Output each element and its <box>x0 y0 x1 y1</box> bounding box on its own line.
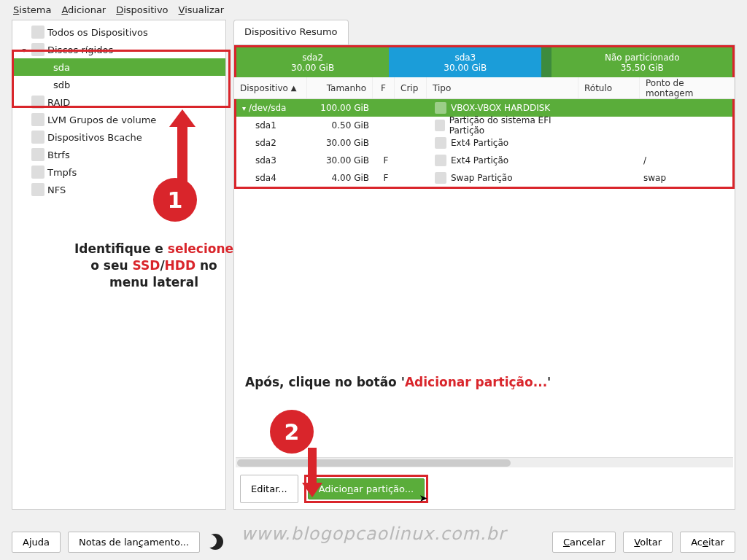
partbar-sda3[interactable]: sda330.00 GiB <box>389 47 541 77</box>
chevron-down-icon[interactable]: ▾ <box>242 104 246 112</box>
tree-disk-sdb[interactable]: sdb <box>12 76 225 93</box>
btrfs-icon <box>31 148 44 161</box>
col-rotulo[interactable]: Rótulo <box>578 77 640 98</box>
raid-icon <box>31 96 44 109</box>
disk-icon <box>435 102 446 114</box>
partbar-unallocated[interactable]: Não particionado35.50 GiB <box>551 47 732 77</box>
aceitar-button[interactable]: Aceitar <box>680 532 735 553</box>
menu-adicionar[interactable]: Adicionar <box>61 4 106 15</box>
lvm-icon <box>31 113 44 126</box>
disk-icon <box>31 43 44 56</box>
table-row[interactable]: sda44.00 GiBF Swap Partiçãoswap <box>236 169 732 187</box>
tmpfs-icon <box>31 166 44 179</box>
dark-mode-icon[interactable] <box>207 534 223 550</box>
footer-bar: Ajuda Notas de lançamento... Notas de la… <box>0 524 747 560</box>
horizontal-scrollbar[interactable] <box>236 457 733 467</box>
tree-raid[interactable]: RAID <box>12 93 225 111</box>
voltar-button[interactable]: Voltar <box>623 532 673 553</box>
partition-icon <box>435 155 446 166</box>
partbar-gap <box>541 47 551 77</box>
tree-hard-disks[interactable]: ▾Discos rígidos <box>12 41 225 58</box>
partition-icon <box>435 172 446 184</box>
col-tamanho[interactable]: Tamanho <box>307 77 373 98</box>
ajuda-button[interactable]: Ajuda <box>12 532 61 553</box>
sort-asc-icon: ▲ <box>291 84 297 92</box>
bcache-icon <box>31 131 44 144</box>
tab-strip: Dispositivo Resumo <box>233 20 735 44</box>
partition-table-body: ▾/dev/sda 100.00 GiB VBOX-VBOX HARDDISK … <box>234 99 735 189</box>
tree-lvm[interactable]: LVM Grupos de volume <box>12 111 225 128</box>
nfs-icon <box>31 183 44 196</box>
mouse-cursor-icon: ➤ <box>419 492 427 504</box>
partition-icon <box>435 120 445 131</box>
annotation-badge-1: 1 <box>153 178 197 222</box>
menubar: SSistemaistema Adicionar Dispositivo Vis… <box>0 0 747 20</box>
notas-lancamento-button[interactable]: Notas de lançamento... <box>68 532 200 553</box>
annotation-text-2: Após, clique no botão 'Adicionar partiçã… <box>245 375 551 389</box>
partition-table-header: Dispositivo▲ Tamanho F Crip Tipo Rótulo … <box>234 77 735 99</box>
tree-btrfs[interactable]: Btrfs <box>12 146 225 163</box>
cancelar-button[interactable]: Cancelar <box>552 532 616 553</box>
col-dispositivo[interactable]: Dispositivo▲ <box>234 77 307 98</box>
editar-button[interactable]: Editar... <box>240 475 298 503</box>
devices-icon <box>31 26 44 39</box>
table-row[interactable]: sda10.50 GiB Partição do sistema EFI Par… <box>236 117 732 134</box>
partition-icon <box>435 137 446 149</box>
col-f[interactable]: F <box>373 77 395 98</box>
col-ponto-montagem[interactable]: Ponto de montagem <box>640 77 735 98</box>
table-row-disk[interactable]: ▾/dev/sda 100.00 GiB VBOX-VBOX HARDDISK <box>236 99 732 117</box>
partition-bar: sda230.00 GiB sda330.00 GiB Não particio… <box>234 45 735 77</box>
menu-dispositivo[interactable]: Dispositivo <box>116 4 168 15</box>
adicionar-particao-button[interactable]: Adicionar partição... <box>308 478 425 499</box>
tree-bcache[interactable]: Dispositivos Bcache <box>12 128 225 146</box>
annotation-text-1: Identifique e selecione o seu SSD/HDD no… <box>70 241 238 291</box>
col-crip[interactable]: Crip <box>395 77 427 98</box>
col-tipo[interactable]: Tipo <box>427 77 578 98</box>
table-row[interactable]: sda230.00 GiB Ext4 Partição <box>236 134 732 152</box>
tree-tmpfs[interactable]: Tmpfs <box>12 163 225 181</box>
tree-disk-sda[interactable]: sda <box>12 58 225 76</box>
tab-dispositivo-resumo[interactable]: Dispositivo Resumo <box>233 20 349 44</box>
chevron-down-icon[interactable]: ▾ <box>20 46 28 54</box>
table-row[interactable]: sda330.00 GiBF Ext4 Partição/ <box>236 152 732 169</box>
device-summary-panel: sda230.00 GiB sda330.00 GiB Não particio… <box>233 44 735 510</box>
partbar-sda2[interactable]: sda230.00 GiB <box>236 47 389 77</box>
menu-visualizar[interactable]: Visualizar <box>179 4 225 15</box>
tree-all-devices[interactable]: Todos os Dispositivos <box>12 23 225 41</box>
menu-sistema[interactable]: SSistemaistema <box>13 4 51 15</box>
